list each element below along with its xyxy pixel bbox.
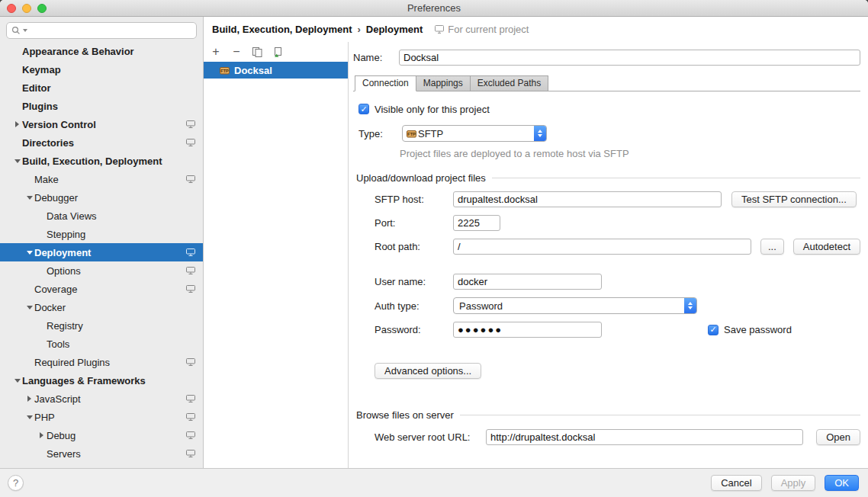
- preferences-window: Preferences Appearance & BehaviorKeymapE…: [0, 0, 868, 497]
- tree-item-stepping[interactable]: Stepping: [0, 225, 203, 243]
- visible-only-checkbox[interactable]: ✓: [358, 104, 369, 114]
- per-project-settings-icon: [186, 248, 195, 256]
- open-button[interactable]: Open: [816, 429, 860, 445]
- per-project-settings-icon: [186, 395, 195, 402]
- remove-server-button[interactable]: −: [231, 46, 242, 58]
- tree-arrow-spacer: [12, 60, 22, 79]
- tree-down-arrow-icon[interactable]: [24, 298, 34, 316]
- tree-item-debugger[interactable]: Debugger: [0, 188, 203, 207]
- auth-type-dropdown[interactable]: Password: [453, 297, 697, 314]
- password-input[interactable]: [453, 322, 602, 338]
- tree-down-arrow-icon[interactable]: [12, 152, 22, 170]
- tree-item-editor[interactable]: Editor: [0, 79, 203, 97]
- sftp-type-icon: FTP: [407, 129, 416, 139]
- tree-item-servers[interactable]: Servers: [0, 444, 203, 463]
- tree-arrow-spacer: [37, 335, 47, 353]
- tab-connection[interactable]: Connection: [355, 75, 416, 91]
- tree-item-javascript[interactable]: JavaScript: [0, 390, 203, 408]
- tree-down-arrow-icon[interactable]: [24, 188, 34, 207]
- tree-item-directories[interactable]: Directories: [0, 133, 203, 152]
- help-button[interactable]: ?: [8, 475, 24, 491]
- tree-item-debug[interactable]: Debug: [0, 426, 203, 444]
- browse-root-path-button[interactable]: ...: [760, 239, 784, 255]
- settings-sidebar: Appearance & BehaviorKeymapEditorPlugins…: [0, 17, 204, 468]
- tree-item-php[interactable]: PHP: [0, 408, 203, 426]
- tree-item-plugins[interactable]: Plugins: [0, 97, 203, 115]
- add-server-button[interactable]: +: [211, 46, 221, 58]
- tree-right-arrow-icon[interactable]: [24, 390, 34, 408]
- tree-item-languages-frameworks[interactable]: Languages & Frameworks: [0, 371, 203, 390]
- user-name-input[interactable]: [453, 274, 602, 290]
- tree-item-label: Docker: [34, 302, 66, 313]
- scope-note-text: For current project: [448, 24, 529, 35]
- checkmark-icon: ✓: [360, 105, 367, 114]
- tree-arrow-spacer: [24, 170, 34, 188]
- tree-item-deployment[interactable]: Deployment: [0, 243, 203, 261]
- paste-server-button[interactable]: [272, 47, 283, 57]
- name-label: Name:: [353, 52, 399, 63]
- search-icon: [11, 26, 21, 35]
- search-options-caret-icon[interactable]: [23, 29, 27, 32]
- test-sftp-connection-button[interactable]: Test SFTP connection...: [731, 191, 857, 207]
- tree-item-label: JavaScript: [34, 393, 81, 405]
- settings-content: Build, Execution, Deployment › Deploymen…: [204, 17, 868, 468]
- per-project-settings-icon: [186, 413, 195, 421]
- per-project-settings-icon: [186, 431, 195, 439]
- tree-down-arrow-icon[interactable]: [12, 371, 22, 390]
- tree-arrow-spacer: [37, 261, 47, 280]
- deployment-form: Name: Connection Mappings Excluded Paths…: [349, 42, 868, 468]
- root-path-input[interactable]: [453, 239, 751, 255]
- tree-right-arrow-icon[interactable]: [37, 426, 47, 444]
- checkmark-icon: ✓: [709, 325, 716, 334]
- breadcrumb: Build, Execution, Deployment › Deploymen…: [204, 17, 868, 42]
- advanced-options-button[interactable]: Advanced options...: [375, 363, 481, 379]
- tree-down-arrow-icon[interactable]: [24, 408, 34, 426]
- name-input[interactable]: [399, 50, 860, 66]
- tree-item-keymap[interactable]: Keymap: [0, 60, 203, 79]
- tree-item-docker[interactable]: Docker: [0, 298, 203, 316]
- tree-item-build-execution-deployment[interactable]: Build, Execution, Deployment: [0, 152, 203, 170]
- type-label: Type:: [358, 128, 402, 139]
- connection-tab-content: ✓ Visible only for this project Type: FT…: [353, 91, 860, 445]
- port-label: Port:: [375, 217, 453, 229]
- tree-item-make[interactable]: Make: [0, 170, 203, 188]
- port-input[interactable]: [453, 215, 500, 231]
- root-path-label: Root path:: [375, 241, 453, 252]
- tree-item-registry[interactable]: Registry: [0, 316, 203, 335]
- sftp-host-input[interactable]: [453, 191, 722, 207]
- tree-item-options[interactable]: Options: [0, 261, 203, 280]
- password-label: Password:: [375, 324, 453, 335]
- server-name: Docksal: [234, 65, 272, 76]
- copy-server-button[interactable]: [252, 47, 262, 57]
- tree-down-arrow-icon[interactable]: [24, 243, 34, 261]
- breadcrumb-section[interactable]: Build, Execution, Deployment: [212, 24, 352, 35]
- tree-item-label: Version Control: [22, 119, 96, 130]
- web-root-input[interactable]: [486, 429, 803, 445]
- cancel-button[interactable]: Cancel: [711, 475, 761, 491]
- tree-item-version-control[interactable]: Version Control: [0, 115, 203, 133]
- tree-item-required-plugins[interactable]: Required Plugins: [0, 353, 203, 371]
- tab-excluded-paths[interactable]: Excluded Paths: [470, 75, 548, 91]
- tree-item-appearance-behavior[interactable]: Appearance & Behavior: [0, 42, 203, 60]
- window-title: Preferences: [0, 2, 868, 14]
- server-list-item-docksal[interactable]: FTPDocksal: [204, 62, 348, 79]
- save-password-checkbox[interactable]: ✓: [708, 325, 719, 335]
- autodetect-button[interactable]: Autodetect: [793, 239, 860, 255]
- for-current-project-icon: [435, 25, 444, 34]
- type-dropdown[interactable]: FTP SFTP: [402, 125, 547, 142]
- tree-right-arrow-icon[interactable]: [12, 115, 22, 133]
- settings-search-field[interactable]: [6, 22, 197, 39]
- tab-mappings[interactable]: Mappings: [416, 75, 471, 91]
- ok-button[interactable]: OK: [825, 475, 859, 491]
- apply-button[interactable]: Apply: [771, 475, 816, 491]
- tree-arrow-spacer: [37, 444, 47, 463]
- tree-item-coverage[interactable]: Coverage: [0, 280, 203, 298]
- browse-section-header: Browse files on server: [356, 409, 860, 421]
- tree-item-data-views[interactable]: Data Views: [0, 207, 203, 225]
- dropdown-stepper-icon: [534, 126, 546, 141]
- tree-item-label: Directories: [22, 137, 74, 149]
- tree-item-tools[interactable]: Tools: [0, 335, 203, 353]
- sftp-host-label: SFTP host:: [375, 194, 453, 205]
- settings-tree: Appearance & BehaviorKeymapEditorPlugins…: [0, 42, 203, 463]
- per-project-settings-icon: [186, 267, 195, 274]
